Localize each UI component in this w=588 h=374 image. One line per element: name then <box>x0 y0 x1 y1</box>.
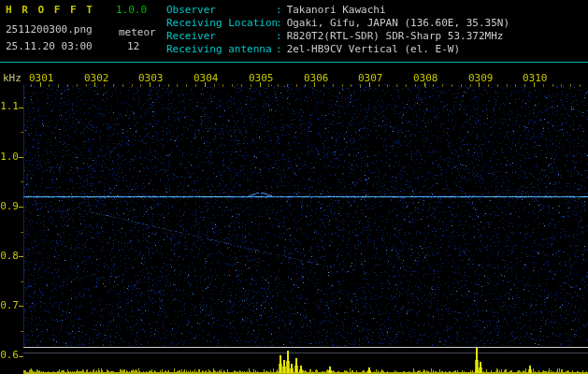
header-field-label: Receiving antenna <box>166 44 276 54</box>
y-tick-label: 0.8 <box>0 251 19 261</box>
header-field-value: Ogaki, Gifu, JAPAN (136.60E, 35.35N) <box>287 17 509 29</box>
header-field-receiver: Receiver:R820T2(RTL-SDR) SDR-Sharp 53.37… <box>166 31 503 41</box>
app-title: H R O F F T <box>6 5 94 15</box>
y-tick-label: 0.6 <box>0 350 19 360</box>
header-separator: : <box>276 17 282 29</box>
y-tick-label: 1.1 <box>0 101 19 111</box>
header-field-value: 2el-HB9CV Vertical (el. E-W) <box>287 43 460 55</box>
header-field-antenna: Receiving antenna:2el-HB9CV Vertical (el… <box>166 44 460 54</box>
header-field-label: Observer <box>166 5 276 15</box>
header-field-label: Receiver <box>166 31 276 41</box>
khz-axis-label: kHz <box>3 73 22 83</box>
header-separator: : <box>276 30 282 42</box>
timestamp: 25.11.20 03:00 <box>6 41 93 51</box>
y-tick-label: 0.9 <box>0 201 19 211</box>
header-field-value: R820T2(RTL-SDR) SDR-Sharp 53.372MHz <box>287 30 504 42</box>
y-tick-label: 0.7 <box>0 300 19 310</box>
x-tick-label: 0303 <box>138 73 164 83</box>
spectrogram-canvas <box>0 0 588 374</box>
output-filename: 2511200300.png <box>6 24 93 35</box>
x-tick-label: 0305 <box>249 73 274 83</box>
header-field-observer: Observer:Takanori Kawachi <box>166 5 386 15</box>
header-field-label: Receiving Location <box>166 18 276 28</box>
hrofft-window: H R O F F T 1.0.0 2511200300.png meteor … <box>0 0 588 374</box>
mode-label: meteor <box>119 27 156 37</box>
app-version: 1.0.0 <box>116 5 147 15</box>
header-field-value: Takanori Kawachi <box>287 4 386 16</box>
header-field-location: Receiving Location:Ogaki, Gifu, JAPAN (1… <box>166 18 509 28</box>
x-tick-label: 0310 <box>523 73 548 83</box>
x-tick-label: 0301 <box>29 73 54 83</box>
x-tick-label: 0307 <box>358 73 383 83</box>
header-separator: : <box>276 4 282 16</box>
x-tick-label: 0309 <box>468 73 494 83</box>
x-tick-label: 0304 <box>194 73 219 83</box>
x-tick-label: 0306 <box>304 73 329 83</box>
meteor-count: 12 <box>127 41 139 51</box>
x-tick-label: 0308 <box>413 73 438 83</box>
x-tick-label: 0302 <box>84 73 109 83</box>
y-tick-label: 1.0 <box>0 151 19 162</box>
header-separator: : <box>276 43 282 55</box>
